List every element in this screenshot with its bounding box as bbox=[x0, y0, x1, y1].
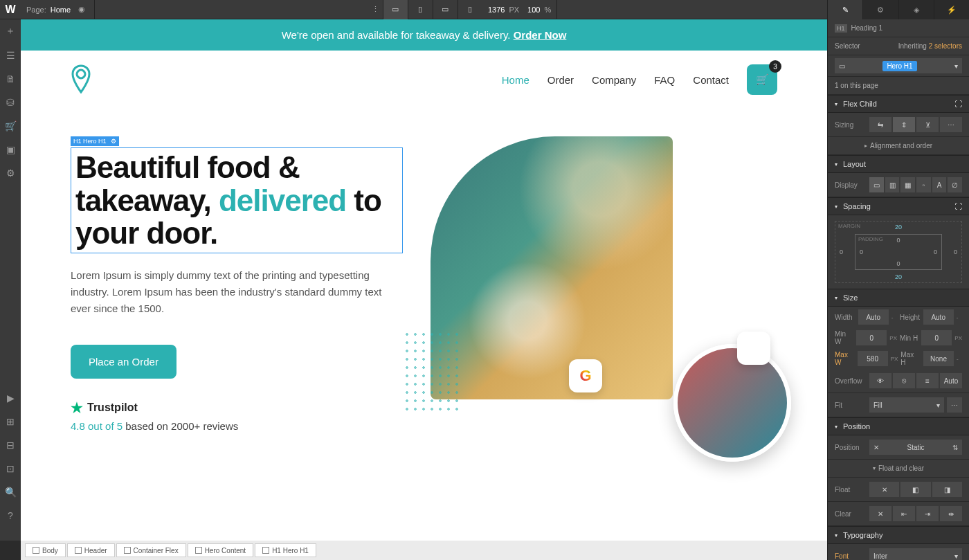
sizing-grow-icon[interactable]: ⇕ bbox=[893, 117, 915, 132]
fit-more-icon[interactable]: ⋯ bbox=[947, 397, 962, 413]
width-input[interactable] bbox=[858, 309, 889, 325]
settings-tab-icon[interactable]: ⚙ bbox=[862, 0, 898, 19]
crumb-hero-content[interactable]: Hero Content bbox=[188, 543, 253, 557]
more-icon[interactable]: ⋮ bbox=[369, 3, 383, 17]
canvas[interactable]: We're open and available for takeaway & … bbox=[21, 19, 827, 541]
assets-icon[interactable]: ▣ bbox=[6, 144, 15, 155]
interactions-tab-icon[interactable]: ◈ bbox=[898, 0, 934, 19]
site-nav: Home Order Company FAQ Contact 🛒 3 bbox=[21, 51, 827, 109]
display-inline-icon[interactable]: A bbox=[932, 177, 947, 192]
crumb-body[interactable]: Body bbox=[25, 543, 66, 557]
sizing-none-icon[interactable]: ⊻ bbox=[916, 117, 939, 132]
flex-child-section[interactable]: Flex Child bbox=[843, 100, 877, 108]
tool4-icon[interactable]: ⊡ bbox=[6, 463, 15, 474]
cart-button[interactable]: 🛒 3 bbox=[747, 64, 777, 95]
spacing-editor[interactable]: MARGIN 20 20 0 0 PADDING 0 0 0 0 bbox=[835, 221, 962, 283]
rating-text: 4.8 out of 5 based on 2000+ reviews bbox=[71, 420, 403, 432]
top-bar: W Page: Home ◉ ⋮ ▭ ▯ ▭ ▯ 1376 PX 100 % ↶… bbox=[0, 0, 969, 19]
minw-input[interactable] bbox=[856, 330, 887, 345]
effects-tab-icon[interactable]: ⚡ bbox=[934, 0, 969, 19]
video-icon[interactable]: ▶ bbox=[7, 392, 15, 404]
float-right-icon[interactable]: ◨ bbox=[932, 482, 962, 497]
inheriting-link[interactable]: 2 selectors bbox=[929, 42, 962, 50]
nav-contact[interactable]: Contact bbox=[693, 74, 729, 86]
float-none-icon[interactable]: ✕ bbox=[869, 482, 899, 497]
navigator-icon[interactable]: ☰ bbox=[6, 50, 15, 61]
fit-dropdown[interactable]: Fill▾ bbox=[869, 397, 944, 413]
star-icon: ★ bbox=[71, 399, 83, 416]
hero-paragraph[interactable]: Lorem Ipsum is simply dummy text of the … bbox=[71, 267, 396, 317]
pages-icon[interactable]: 🗎 bbox=[6, 73, 15, 84]
cms-icon[interactable]: ⛁ bbox=[6, 97, 15, 108]
breadcrumb-bar: Body Header Container Flex Hero Content … bbox=[21, 541, 827, 560]
overflow-visible-icon[interactable]: 👁 bbox=[869, 373, 891, 388]
nav-faq[interactable]: FAQ bbox=[654, 74, 675, 86]
selected-element-tag[interactable]: H1 Hero H1 ⚙ bbox=[71, 136, 119, 146]
search-icon[interactable]: 🔍 bbox=[5, 487, 17, 498]
cart-icon: 🛒 bbox=[756, 73, 769, 86]
hero-heading[interactable]: Beautiful food & takeaway, delivered to … bbox=[71, 147, 403, 253]
device-desktop-icon[interactable]: ▭ bbox=[383, 0, 408, 19]
tool3-icon[interactable]: ⊟ bbox=[6, 440, 15, 451]
overflow-auto-button[interactable]: Auto bbox=[940, 373, 962, 388]
help-icon[interactable]: ? bbox=[8, 510, 13, 521]
alignment-order-toggle[interactable]: Alignment and order bbox=[870, 142, 932, 150]
clear-none-icon[interactable]: ✕ bbox=[869, 506, 891, 521]
device-tablet-icon[interactable]: ▯ bbox=[408, 0, 433, 19]
spacing-section[interactable]: Spacing bbox=[843, 202, 871, 210]
float-clear-toggle[interactable]: Float and clear bbox=[878, 464, 924, 472]
order-now-link[interactable]: Order Now bbox=[514, 29, 567, 41]
overflow-hidden-icon[interactable]: ⦸ bbox=[893, 373, 915, 388]
layout-section[interactable]: Layout bbox=[843, 160, 866, 168]
crumb-header[interactable]: Header bbox=[67, 543, 115, 557]
webflow-logo-icon[interactable]: W bbox=[0, 0, 21, 19]
clear-both-icon[interactable]: ⇹ bbox=[940, 506, 962, 521]
expand-icon[interactable]: ⛶ bbox=[954, 100, 962, 108]
selector-dropdown[interactable]: ▭ Hero H1 ▾ bbox=[835, 58, 962, 73]
maxw-input[interactable] bbox=[858, 351, 888, 366]
position-dropdown[interactable]: ✕Static⇅ bbox=[869, 440, 962, 455]
brand-logo-icon[interactable] bbox=[71, 64, 91, 95]
font-dropdown[interactable]: Inter▾ bbox=[869, 548, 962, 560]
display-none-icon[interactable]: ∅ bbox=[948, 177, 962, 192]
sizing-shrink-icon[interactable]: ⇆ bbox=[869, 117, 891, 132]
clear-right-icon[interactable]: ⇥ bbox=[916, 506, 939, 521]
nav-order[interactable]: Order bbox=[547, 74, 574, 86]
crumb-container[interactable]: Container Flex bbox=[116, 543, 186, 557]
sizing-more-icon[interactable]: ⋯ bbox=[940, 117, 962, 132]
trustpilot-label: ★ Trustpilot bbox=[71, 399, 403, 416]
place-order-button[interactable]: Place an Order bbox=[71, 345, 176, 379]
crumb-hero-h1[interactable]: H1 Hero H1 bbox=[255, 543, 316, 557]
nav-home[interactable]: Home bbox=[502, 74, 529, 86]
height-input[interactable] bbox=[923, 309, 954, 325]
canvas-width-value[interactable]: 1376 bbox=[488, 6, 505, 14]
typography-section[interactable]: Typography bbox=[843, 531, 882, 539]
device-mobile-icon[interactable]: ▯ bbox=[458, 0, 482, 19]
add-element-icon[interactable]: ＋ bbox=[6, 25, 15, 37]
expand-icon[interactable]: ⛶ bbox=[954, 202, 962, 210]
food-image bbox=[431, 136, 673, 399]
settings-icon[interactable]: ⚙ bbox=[6, 168, 15, 179]
nav-company[interactable]: Company bbox=[592, 74, 636, 86]
page-name[interactable]: Home bbox=[51, 6, 71, 14]
display-flex-icon[interactable]: ▥ bbox=[885, 177, 900, 192]
ecommerce-icon[interactable]: 🛒 bbox=[5, 120, 17, 132]
element-tag-badge: H1 bbox=[835, 24, 847, 33]
display-grid-icon[interactable]: ▦ bbox=[900, 177, 915, 192]
minh-input[interactable] bbox=[921, 330, 952, 345]
maxh-input[interactable] bbox=[923, 351, 954, 366]
clear-left-icon[interactable]: ⇤ bbox=[893, 506, 915, 521]
hero-image-area: G bbox=[431, 136, 777, 455]
float-left-icon[interactable]: ◧ bbox=[900, 482, 930, 497]
position-section[interactable]: Position bbox=[843, 422, 870, 431]
display-inline-block-icon[interactable]: ▫ bbox=[916, 177, 931, 192]
style-tab-icon[interactable]: ✎ bbox=[827, 0, 862, 19]
preview-icon[interactable]: ◉ bbox=[75, 3, 89, 17]
size-section[interactable]: Size bbox=[843, 293, 858, 302]
zoom-value[interactable]: 100 bbox=[527, 6, 540, 14]
overflow-scroll-icon[interactable]: ≡ bbox=[916, 373, 939, 388]
gear-icon[interactable]: ⚙ bbox=[111, 138, 116, 145]
display-block-icon[interactable]: ▭ bbox=[869, 177, 884, 192]
device-tablet-landscape-icon[interactable]: ▭ bbox=[433, 0, 458, 19]
audit-icon[interactable]: ⊞ bbox=[6, 416, 15, 427]
